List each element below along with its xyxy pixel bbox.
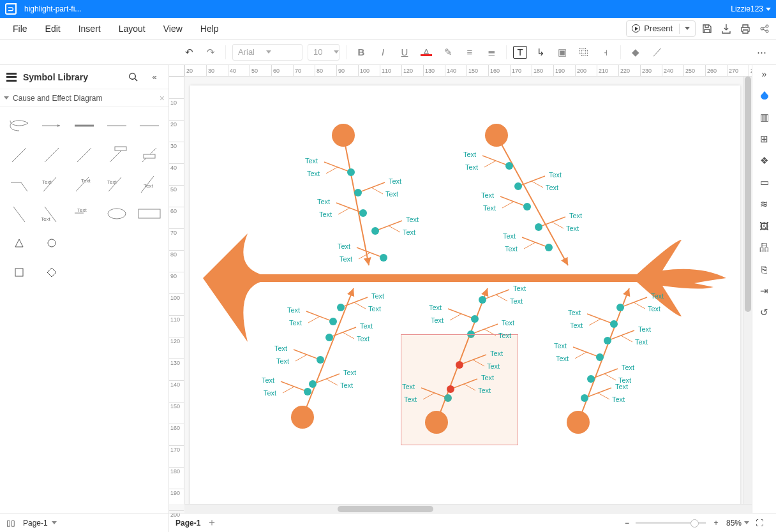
- rib-label[interactable]: Text: [569, 212, 582, 219]
- rib-node[interactable]: [545, 244, 553, 251]
- theme-icon[interactable]: [758, 89, 771, 102]
- font-family-select[interactable]: Arial: [232, 44, 302, 61]
- auto-layout-icon[interactable]: ⇥: [758, 284, 771, 297]
- menu-layout[interactable]: Layout: [110, 18, 154, 40]
- rib-sublabel[interactable]: Text: [289, 319, 302, 327]
- rib-label[interactable]: Text: [429, 304, 442, 311]
- rib-sublabel[interactable]: Text: [276, 357, 289, 365]
- rib-label[interactable]: Text: [287, 306, 300, 314]
- stencil-item[interactable]: [102, 230, 132, 256]
- rib-label[interactable]: Text: [638, 325, 651, 333]
- stencil-item[interactable]: Text: [135, 171, 165, 198]
- fullscreen-icon[interactable]: ⛶: [756, 519, 763, 528]
- insert-image-icon[interactable]: ▥: [758, 111, 771, 124]
- rib-label[interactable]: Text: [549, 171, 562, 179]
- rib-label[interactable]: Text: [338, 242, 350, 250]
- more-button[interactable]: ⋯: [753, 47, 770, 58]
- rib-label[interactable]: Text: [481, 191, 494, 199]
- rib-label[interactable]: Text: [262, 376, 274, 384]
- export-icon[interactable]: [719, 21, 734, 36]
- rib-sublabel[interactable]: Text: [556, 355, 569, 362]
- rib-label[interactable]: Text: [568, 309, 581, 316]
- stencil-item[interactable]: [36, 112, 66, 139]
- highlight-button[interactable]: ✎: [440, 47, 456, 58]
- rib-node[interactable]: [359, 209, 367, 217]
- container-button[interactable]: ▣: [554, 47, 571, 58]
- history-icon[interactable]: ↺: [758, 306, 771, 319]
- rib-label[interactable]: Text: [503, 232, 516, 240]
- stencil-item[interactable]: [135, 142, 165, 168]
- menu-file[interactable]: File: [4, 18, 36, 40]
- rib-sublabel[interactable]: Text: [505, 245, 518, 253]
- rib-label[interactable]: Text: [490, 350, 503, 357]
- rib-sublabel[interactable]: Text: [357, 335, 369, 343]
- rib-label[interactable]: Text: [651, 292, 664, 300]
- category-header[interactable]: Cause and Effect Diagram ×: [0, 89, 168, 107]
- close-icon[interactable]: ×: [160, 93, 165, 103]
- clipboard-icon[interactable]: ⎘: [758, 263, 771, 276]
- rib-sublabel[interactable]: Text: [403, 228, 415, 236]
- rib-label[interactable]: Text: [615, 383, 628, 390]
- stencil-item[interactable]: [4, 142, 34, 168]
- text-tool-button[interactable]: T: [513, 46, 527, 59]
- line-spacing-button[interactable]: ≣: [483, 47, 500, 58]
- stencil-item[interactable]: Text: [36, 200, 66, 227]
- rib-label[interactable]: Text: [463, 151, 476, 158]
- zoom-in-button[interactable]: ＋: [712, 517, 720, 528]
- rib-label[interactable]: Text: [371, 292, 384, 300]
- rib-sublabel[interactable]: Text: [487, 362, 500, 370]
- stencil-item[interactable]: [36, 142, 66, 168]
- outline-icon[interactable]: ▯▯: [6, 519, 15, 528]
- menu-insert[interactable]: Insert: [70, 18, 110, 40]
- stencil-item[interactable]: [102, 112, 132, 139]
- rib-node[interactable]: [380, 254, 387, 262]
- branch-origin[interactable]: [332, 124, 355, 147]
- rib-sublabel[interactable]: Text: [307, 170, 320, 177]
- rib-sublabel[interactable]: Text: [340, 255, 352, 263]
- collapse-left-icon[interactable]: «: [147, 70, 162, 85]
- rib-label[interactable]: Text: [513, 284, 526, 292]
- rib-label[interactable]: Text: [502, 319, 514, 327]
- rib-label[interactable]: Text: [343, 369, 356, 376]
- rib-node[interactable]: [309, 380, 317, 388]
- present-button[interactable]: Present: [626, 20, 696, 37]
- font-size-select[interactable]: 10: [308, 44, 340, 61]
- branch-d1[interactable]: [302, 288, 354, 417]
- redo-button[interactable]: ↷: [202, 47, 219, 58]
- stencil-item[interactable]: [4, 171, 34, 198]
- stencil-item[interactable]: [69, 112, 99, 139]
- rib-node[interactable]: [596, 353, 604, 361]
- data-icon[interactable]: ≋: [758, 198, 771, 211]
- rib-label[interactable]: Text: [389, 177, 401, 185]
- rib-label[interactable]: Text: [406, 216, 419, 223]
- rib-node[interactable]: [616, 304, 624, 311]
- page-select[interactable]: Page-1: [23, 519, 57, 528]
- stroke-button[interactable]: ／: [649, 46, 666, 58]
- drawing-page[interactable]: TextTextTextTextTextTextTextTextTextText…: [190, 85, 740, 506]
- rib-node[interactable]: [505, 162, 513, 170]
- rib-sublabel[interactable]: Text: [368, 305, 381, 313]
- share-icon[interactable]: [757, 21, 772, 36]
- stencil-item[interactable]: [135, 112, 165, 139]
- stencil-item[interactable]: [135, 230, 165, 256]
- fill-button[interactable]: ◆: [627, 47, 644, 58]
- group-button[interactable]: ⿻: [576, 47, 592, 57]
- rib-label[interactable]: Text: [305, 157, 318, 165]
- rib-node[interactable]: [347, 168, 355, 176]
- rib-node[interactable]: [304, 388, 311, 395]
- underline-button[interactable]: U: [396, 47, 413, 57]
- rib-node[interactable]: [535, 223, 542, 231]
- document-title[interactable]: highlight-part-fi...: [24, 4, 81, 13]
- rib-node[interactable]: [604, 337, 611, 344]
- undo-button[interactable]: ↶: [181, 47, 197, 58]
- align-button[interactable]: ≡: [461, 47, 478, 57]
- rib-sublabel[interactable]: Text: [319, 211, 332, 218]
- rib-sublabel[interactable]: Text: [566, 225, 579, 232]
- rib-node[interactable]: [329, 318, 337, 325]
- user-menu[interactable]: Lizzie123: [731, 4, 771, 13]
- stencil-item[interactable]: [69, 142, 99, 168]
- menu-edit[interactable]: Edit: [36, 18, 70, 40]
- horizontal-scrollbar[interactable]: [184, 504, 752, 513]
- rib-node[interactable]: [371, 227, 379, 235]
- rib-label[interactable]: Text: [622, 364, 634, 371]
